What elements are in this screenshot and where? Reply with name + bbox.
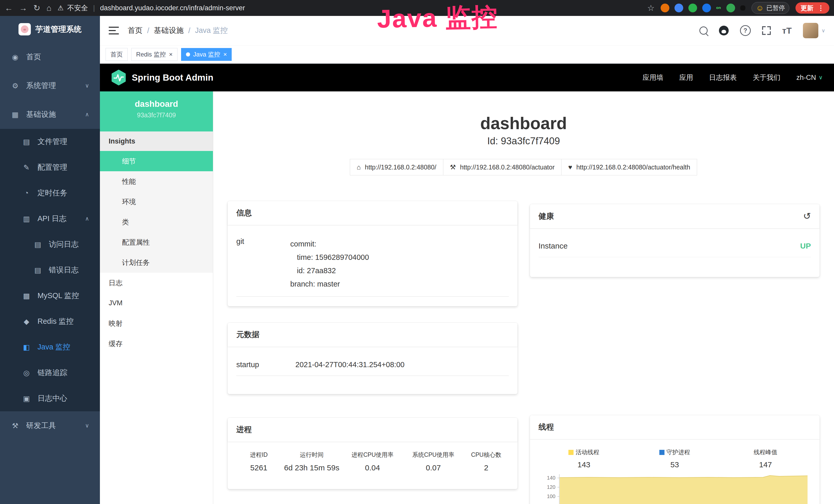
sba-menu-jvm[interactable]: JVM xyxy=(100,293,213,313)
caret-down-icon: ∨ xyxy=(818,74,823,81)
sidebar-item-config-mgmt[interactable]: ✎ 配置管理 xyxy=(0,155,100,180)
breadcrumb-home[interactable]: 首页 xyxy=(128,25,142,36)
github-icon[interactable] xyxy=(719,26,729,36)
process-cores-value: 2 xyxy=(464,463,509,472)
sidebar-item-redis-monitor[interactable]: ◆ Redis 监控 xyxy=(0,308,100,334)
sidebar-item-label: 错误日志 xyxy=(49,265,79,275)
sidebar-item-file-mgmt[interactable]: ▤ 文件管理 xyxy=(0,129,100,155)
sba-nav-about[interactable]: 关于我们 xyxy=(752,73,780,82)
sba-instance-header: dashboard 93a3fc7f7409 xyxy=(100,91,213,132)
sba-menu-logs[interactable]: 日志 xyxy=(100,273,213,293)
peak-threads-value: 147 xyxy=(720,460,811,469)
sidebar-item-log-center[interactable]: ▣ 日志中心 xyxy=(0,386,100,411)
daemon-threads-legend-swatch xyxy=(659,450,664,455)
reload-icon[interactable]: ↻ xyxy=(34,4,40,12)
user-menu[interactable]: ∨ xyxy=(803,23,825,38)
metadata-card: 元数据 startup 2021-04-27T00:44:31.254+08:0… xyxy=(227,323,518,394)
help-icon[interactable]: ? xyxy=(740,25,751,36)
sidebar-item-system-mgmt[interactable]: ⚙ 系统管理 ∨ xyxy=(0,71,100,100)
health-url-button[interactable]: ♥ http://192.168.0.2:48080/actuator/heal… xyxy=(561,159,697,175)
app-logo[interactable]: 芋道管理系统 xyxy=(0,16,100,43)
sidebar-item-api-logs[interactable]: ▥ API 日志 ∧ xyxy=(0,206,100,232)
sidebar-item-label: 研发工具 xyxy=(26,420,56,431)
sba-menu-mappings[interactable]: 映射 xyxy=(100,313,213,334)
breadcrumb: 首页 / 基础设施 / Java 监控 xyxy=(128,25,227,36)
instance-url-button[interactable]: ⌂ http://192.168.0.2:48080/ xyxy=(350,159,443,175)
extension-icon-2[interactable] xyxy=(675,4,683,12)
history-icon[interactable]: ↺ xyxy=(803,211,811,222)
git-commit-id: id: 27aa832 xyxy=(290,264,509,277)
tag-java-monitor[interactable]: Java 监控 × xyxy=(181,48,232,61)
sidebar-item-mysql-monitor[interactable]: ▩ MySQL 监控 xyxy=(0,283,100,308)
process-col-cpu: 进程CPU使用率 xyxy=(342,451,403,459)
health-instance-row[interactable]: Instance UP xyxy=(539,234,811,257)
sba-instance-id: 93a3fc7f7409 xyxy=(100,111,213,119)
search-icon[interactable] xyxy=(699,26,708,35)
sba-menu-details[interactable]: 细节 xyxy=(100,151,213,171)
sidebar-item-access-logs[interactable]: ▤ 访问日志 xyxy=(0,232,100,257)
active-tag-dot xyxy=(186,52,190,56)
extension-icon-3[interactable] xyxy=(688,4,697,12)
sba-menu-config-props[interactable]: 配置属性 xyxy=(100,232,213,252)
browser-home-icon[interactable]: ⌂ xyxy=(46,4,51,12)
annotation-java-monitor: Java 监控 xyxy=(377,0,499,37)
info-card: 信息 git commit: time: 1596289704000 id: 2… xyxy=(227,201,518,306)
sidebar-item-infrastructure[interactable]: ▦ 基础设施 ∧ xyxy=(0,100,100,129)
forward-icon[interactable]: → xyxy=(19,4,27,12)
fullscreen-icon[interactable] xyxy=(762,26,771,35)
sba-nav-applications[interactable]: 应用 xyxy=(679,73,693,82)
sba-menu-classes[interactable]: 类 xyxy=(100,212,213,232)
metadata-value: 2021-04-27T00:44:31.254+08:00 xyxy=(295,361,509,369)
sidebar-item-home[interactable]: ◉ 首页 xyxy=(0,43,100,71)
sba-menu-scheduled-tasks[interactable]: 计划任务 xyxy=(100,252,213,273)
sidebar-item-scheduled-jobs[interactable]: ◔ 定时任务 xyxy=(0,180,100,206)
breadcrumb-separator: / xyxy=(188,26,190,35)
sba-menu-environment[interactable]: 环境 xyxy=(100,191,213,212)
sidebar-item-label: API 日志 xyxy=(38,214,67,224)
sidebar-item-java-monitor[interactable]: ◧ Java 监控 xyxy=(0,334,100,360)
sidebar-toggle-icon[interactable] xyxy=(109,27,119,35)
tag-redis-monitor[interactable]: Redis 监控 × xyxy=(131,48,177,61)
cards-right-column: 健康 ↺ Instance UP 线程 xyxy=(530,201,820,504)
extension-on-badge-icon[interactable]: on xyxy=(716,5,721,10)
active-threads-area xyxy=(560,474,808,504)
browser-menu-kebab-icon[interactable]: ⋮ xyxy=(817,5,824,11)
actuator-url-button[interactable]: ⚒ http://192.168.0.2:48080/actuator xyxy=(443,159,562,175)
sba-nav-wallboard[interactable]: 应用墙 xyxy=(642,73,663,82)
bookmark-star-icon[interactable]: ☆ xyxy=(647,4,655,12)
chrome-update-button[interactable]: 更新 ⋮ xyxy=(795,2,829,14)
sba-menu-caches[interactable]: 缓存 xyxy=(100,334,213,354)
tag-home[interactable]: 首页 xyxy=(106,48,128,61)
sidebar-item-error-logs[interactable]: ▤ 错误日志 xyxy=(0,257,100,283)
extension-icon-4[interactable] xyxy=(702,4,711,12)
breadcrumb-current: Java 监控 xyxy=(195,25,227,36)
sidebar-item-tracing[interactable]: ◎ 链路追踪 xyxy=(0,360,100,386)
security-warning-icon[interactable]: ⚠ xyxy=(58,4,63,12)
address-bar[interactable]: ⚠ 不安全 | dashboard.yudao.iocoder.cn/infra… xyxy=(58,3,641,13)
close-icon[interactable]: × xyxy=(223,51,227,58)
metadata-label: startup xyxy=(236,361,295,369)
cards-grid: 信息 git commit: time: 1596289704000 id: 2… xyxy=(227,201,820,504)
health-instance-label: Instance xyxy=(539,242,568,250)
sba-menu-performance[interactable]: 性能 xyxy=(100,171,213,191)
active-threads-legend-swatch xyxy=(568,450,574,455)
breadcrumb-section[interactable]: 基础设施 xyxy=(154,25,184,36)
extension-icon-6[interactable] xyxy=(726,4,735,12)
extension-icon-7[interactable] xyxy=(740,5,745,10)
logo-pig-avatar xyxy=(19,23,31,36)
sba-logo-icon xyxy=(111,70,126,86)
sidebar-item-dev-tools[interactable]: ⚒ 研发工具 ∨ xyxy=(0,411,100,440)
sba-locale-select[interactable]: zh-CN ∨ xyxy=(796,74,823,82)
sba-locale-value: zh-CN xyxy=(796,74,816,82)
profile-paused-badge[interactable]: ☺ 已暂停 xyxy=(751,2,789,14)
extension-icon-1[interactable] xyxy=(661,4,670,12)
sidebar-item-label: 日志中心 xyxy=(38,393,67,404)
back-icon[interactable]: ← xyxy=(5,4,13,12)
font-size-icon[interactable]: тT xyxy=(782,26,792,36)
sidebar-item-label: Redis 监控 xyxy=(38,316,73,327)
tag-label: Redis 监控 xyxy=(136,50,166,59)
sba-nav-journal[interactable]: 日志报表 xyxy=(709,73,737,82)
sba-brand[interactable]: Spring Boot Admin xyxy=(111,70,214,86)
close-icon[interactable]: × xyxy=(169,51,173,58)
process-col-cores: CPU核心数 xyxy=(464,451,509,459)
